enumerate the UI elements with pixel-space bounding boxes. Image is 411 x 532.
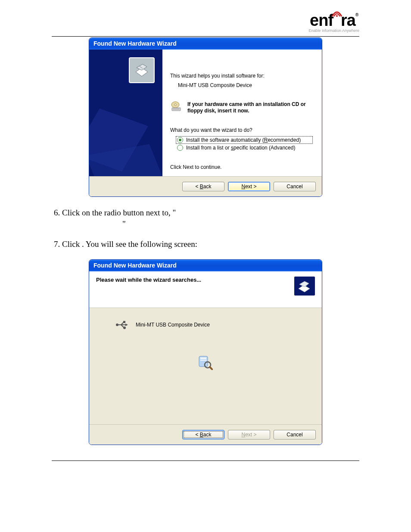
svg-marker-2 [137,64,147,70]
enfora-logo: enf ra® Enable Information Anywhere [308,13,359,33]
registered-mark: ® [355,12,358,17]
next-button[interactable]: Next > [228,182,270,191]
svg-rect-10 [123,321,125,323]
back-button[interactable]: < Back [182,182,224,191]
wizard-device-name: Mini-MT USB Composite Device [178,82,312,88]
svg-rect-15 [200,360,206,361]
radio-icon [177,137,183,143]
wizard-device-icon [129,57,155,83]
svg-marker-8 [299,281,309,287]
svg-point-11 [123,327,126,329]
cancel-button[interactable]: Cancel [274,430,316,439]
next-button-disabled: Next > [228,430,270,439]
radio-icon [177,145,183,151]
header-logo-row: enf ra® Enable Information Anywhere [52,13,359,33]
header-divider [52,36,359,37]
wizard-intro-text: This wizard helps you install software f… [170,73,312,79]
hardware-wizard-dialog-1: Found New Hardware Wizard This wizard he… [89,37,322,197]
hardware-wizard-dialog-2: Found New Hardware Wizard Please wait wh… [89,259,322,445]
dialog-footer: < Back Next > Cancel [89,424,322,445]
usb-icon [115,320,128,330]
search-header-text: Please wait while the wizard searches... [96,277,201,283]
svg-rect-14 [200,358,206,359]
svg-point-4 [174,104,177,106]
svg-marker-12 [125,324,128,326]
svg-line-17 [210,367,212,370]
svg-rect-6 [173,109,180,109]
radio-auto-label: Install the software automatically (Reco… [186,137,301,143]
dialog-titlebar[interactable]: Found New Hardware Wizard [89,38,322,50]
back-button[interactable]: < Back [182,430,224,439]
step-7: Click . You will see the following scree… [62,239,359,250]
click-next-text: Click Next to continue. [170,164,312,170]
svg-point-0 [336,15,338,17]
logo-arc-icon [331,10,342,17]
cd-hint-text: If your hardware came with an installati… [187,101,312,114]
magnifier-icon [198,355,213,370]
radio-list-label: Install from a list or specific location… [186,145,295,151]
dialog-footer: < Back Next > Cancel [89,176,322,196]
step-6: Click on the radio button next to, " " [62,207,359,229]
dialog-titlebar[interactable]: Found New Hardware Wizard [89,260,322,271]
wizard-prompt: What do you want the wizard to do? [170,127,312,133]
cd-icon [170,101,183,112]
radio-install-auto[interactable]: Install the software automatically (Reco… [176,137,312,143]
wizard-sidebar-art [89,50,162,176]
radio-install-list[interactable]: Install from a list or specific location… [176,144,312,151]
cancel-button[interactable]: Cancel [274,182,316,191]
instruction-list: Click on the radio button next to, " " C… [59,207,359,250]
wizard-header-icon [294,277,315,296]
search-device-name: Mini-MT USB Composite Device [136,322,210,328]
footer-divider [52,460,359,461]
